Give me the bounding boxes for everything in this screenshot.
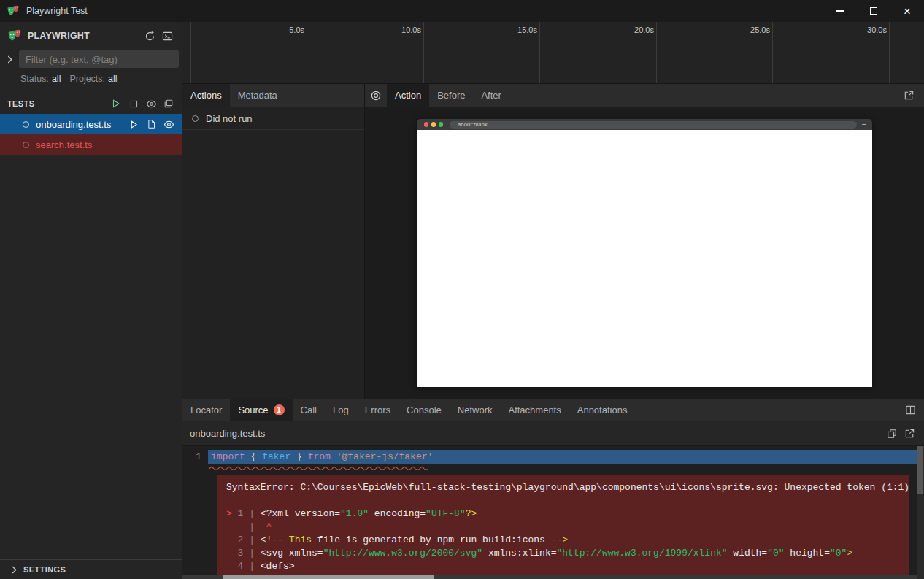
- tab-annotations[interactable]: Annotations: [569, 399, 636, 421]
- tab-action[interactable]: Action: [387, 84, 429, 107]
- window-controls: ×: [823, 0, 924, 22]
- tab-label: Console: [407, 404, 442, 415]
- tab-locator[interactable]: Locator: [182, 399, 230, 421]
- tab-label: Call: [301, 404, 317, 415]
- browser-chrome-bar: about:blank ≡: [417, 119, 872, 130]
- stop-button[interactable]: [125, 96, 142, 112]
- tab-console[interactable]: Console: [399, 399, 450, 421]
- window-title: Playwright Test: [26, 6, 88, 16]
- tab-metadata[interactable]: Metadata: [230, 84, 285, 107]
- test-status-circle-icon: [23, 121, 29, 128]
- source-error-badge: 1: [274, 404, 285, 415]
- copy-source-button[interactable]: [883, 426, 901, 442]
- traffic-light-green-icon: [439, 122, 444, 127]
- tab-before[interactable]: Before: [429, 84, 473, 107]
- main-area: 5.0s 10.0s 15.0s 20.0s 25.0s 30.0s Actio…: [182, 22, 924, 579]
- tab-label: Actions: [190, 90, 222, 101]
- tab-label: Attachments: [508, 404, 561, 415]
- horizontal-scrollbar[interactable]: [182, 575, 917, 579]
- error-frame-caret-line: | ^: [226, 521, 900, 534]
- pick-locator-button[interactable]: [365, 84, 387, 107]
- settings-section[interactable]: SETTINGS: [0, 559, 182, 579]
- timeline-gridline: 5.0s: [307, 22, 307, 83]
- snapshot-page-content[interactable]: [417, 130, 872, 387]
- show-source-button[interactable]: [142, 116, 160, 132]
- tab-actions[interactable]: Actions: [182, 84, 230, 107]
- snapshot-pane: Action Before After: [365, 84, 924, 399]
- timeline-tick-label: 30.0s: [867, 26, 887, 34]
- sidebar: PLAYWRIGHT Status: all Projects:: [0, 22, 182, 579]
- source-file-name: onboarding.test.ts: [190, 428, 265, 439]
- test-file-row-onboarding[interactable]: onboarding.test.ts: [0, 114, 182, 134]
- watch-all-button[interactable]: [142, 96, 160, 112]
- test-file-row-search[interactable]: search.test.ts: [0, 134, 182, 155]
- tab-after[interactable]: After: [473, 84, 509, 107]
- settings-label: SETTINGS: [23, 565, 66, 574]
- maximize-button[interactable]: [857, 0, 890, 22]
- tab-label: Before: [437, 90, 465, 101]
- error-frame-line: > 1 | <?xml version="1.0" encoding="UTF-…: [226, 507, 900, 521]
- tab-label: Log: [333, 404, 349, 415]
- playwright-masks-icon: [7, 28, 22, 43]
- collapse-all-button[interactable]: [160, 96, 177, 112]
- sidebar-header: PLAYWRIGHT: [0, 25, 182, 47]
- tab-label: Network: [458, 404, 493, 415]
- close-icon: ×: [904, 5, 911, 18]
- split-view-button[interactable]: [899, 399, 921, 421]
- timeline-tick-label: 10.0s: [401, 26, 421, 34]
- tab-label: Errors: [365, 404, 390, 415]
- minimize-icon: [836, 10, 844, 11]
- filter-collapse-chevron-icon[interactable]: [0, 55, 19, 64]
- tab-label: Locator: [190, 404, 222, 415]
- status-value[interactable]: all: [52, 74, 61, 84]
- reload-tests-button[interactable]: [141, 28, 158, 44]
- error-squiggle: [209, 465, 428, 470]
- source-file-toolbar: onboarding.test.ts: [182, 421, 924, 446]
- timeline[interactable]: 5.0s 10.0s 15.0s 20.0s 25.0s 30.0s: [182, 22, 924, 84]
- error-message: SyntaxError: C:\Courses\EpicWeb\full-sta…: [226, 481, 900, 494]
- open-snapshot-external-button[interactable]: [898, 84, 920, 107]
- minimize-button[interactable]: [823, 0, 857, 22]
- filter-input[interactable]: [19, 50, 179, 68]
- tab-attachments[interactable]: Attachments: [500, 399, 569, 421]
- tab-log[interactable]: Log: [325, 399, 357, 421]
- syntax-error-box: SyntaxError: C:\Courses\EpicWeb\full-sta…: [217, 475, 909, 579]
- source-line-1[interactable]: 1 import { faker } from '@faker-js/faker…: [182, 450, 924, 464]
- horizontal-scrollbar-thumb[interactable]: [223, 575, 434, 579]
- tab-source[interactable]: Source 1: [230, 399, 292, 421]
- tab-label: After: [481, 90, 501, 101]
- error-blank-line: [226, 494, 900, 507]
- run-all-button[interactable]: [107, 96, 125, 112]
- vertical-scrollbar[interactable]: [917, 446, 924, 579]
- vertical-scrollbar-thumb[interactable]: [917, 446, 923, 494]
- tab-network[interactable]: Network: [450, 399, 501, 421]
- status-filter-row: Status: all Projects: all: [0, 70, 182, 88]
- error-frame-line: 3 | <svg xmlns="http://www.w3.org/2000/s…: [226, 547, 900, 560]
- projects-value[interactable]: all: [108, 74, 118, 84]
- open-source-external-button[interactable]: [901, 426, 918, 442]
- tab-label: Annotations: [577, 404, 628, 415]
- tab-errors[interactable]: Errors: [357, 399, 399, 421]
- timeline-gridline: 10.0s: [423, 22, 424, 83]
- source-line-code: import { faker } from '@faker-js/faker': [208, 450, 917, 464]
- timeline-tick-label: 15.0s: [517, 26, 537, 34]
- close-button[interactable]: ×: [890, 0, 924, 22]
- timeline-gridline: [190, 22, 191, 83]
- playwright-logo-icon: [7, 4, 20, 18]
- watch-test-button[interactable]: [160, 116, 177, 132]
- did-not-run-row: Did not run: [182, 107, 364, 130]
- tab-call[interactable]: Call: [293, 399, 325, 421]
- browser-menu-icon: ≡: [862, 120, 866, 129]
- timeline-tick-label: 25.0s: [750, 26, 770, 34]
- test-status-circle-icon: [23, 142, 29, 148]
- tab-label: Metadata: [238, 90, 277, 101]
- tab-label: Source: [238, 404, 268, 415]
- toggle-output-terminal-button[interactable]: [158, 28, 176, 44]
- actions-pane: Actions Metadata Did not run: [182, 84, 365, 399]
- run-test-button[interactable]: [125, 116, 142, 132]
- source-code-view: 1 import { faker } from '@faker-js/faker…: [182, 446, 924, 579]
- projects-label: Projects:: [69, 74, 105, 84]
- filter-row: [0, 50, 182, 69]
- actions-list: Did not run: [182, 107, 364, 399]
- details-pane: Locator Source 1 Call Log Errors Console…: [182, 399, 924, 579]
